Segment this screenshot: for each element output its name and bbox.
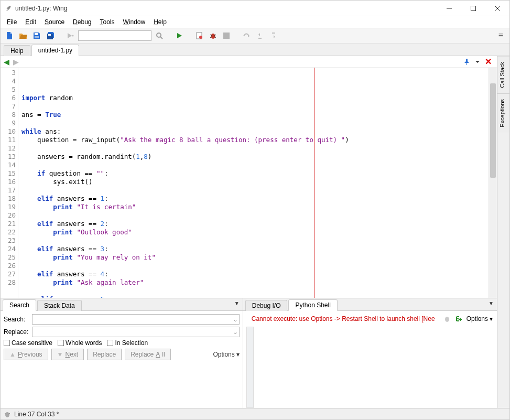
search-panel: Search: Replace: Case sensitive Whole wo… — [1, 311, 243, 363]
bottom-right-tabs: Debug I/O Python Shell ▼ — [243, 298, 497, 311]
run-icon[interactable] — [173, 30, 185, 41]
scrollbar-thumb[interactable] — [490, 83, 496, 178]
status-text: Line 37 Col 33 * — [14, 411, 59, 418]
panel-dropdown-icon[interactable]: ▼ — [489, 300, 494, 306]
svg-rect-17 — [223, 33, 230, 39]
replace-all-button[interactable]: Replace All — [125, 349, 170, 360]
check-case-sensitive[interactable]: Case sensitive — [4, 339, 52, 347]
menu-help[interactable]: Help — [149, 17, 171, 27]
pin-icon[interactable] — [463, 58, 470, 65]
code-area[interactable]: import random ans = True while ans: ques… — [18, 68, 489, 298]
tab-help[interactable]: Help — [4, 45, 30, 56]
panel-dropdown-icon[interactable]: ▼ — [234, 300, 240, 306]
svg-point-12 — [211, 34, 215, 39]
svg-point-8 — [157, 33, 161, 37]
nav-forward-icon[interactable]: ▶ — [13, 58, 23, 66]
debug-file-icon[interactable] — [193, 30, 205, 41]
toolbar-search-input[interactable] — [78, 30, 151, 41]
right-side-tabs: Call Stack Exceptions — [497, 56, 509, 408]
goto-icon[interactable] — [64, 30, 76, 41]
bottom-right-panel: Debug I/O Python Shell ▼ Cannot execute:… — [243, 298, 497, 408]
maximize-button[interactable] — [461, 1, 485, 16]
menu-file[interactable]: File — [3, 17, 21, 27]
window-title: untitled-1.py: Wing — [15, 5, 437, 12]
svg-point-18 — [445, 317, 449, 322]
menubar: File Edit Source Debug Tools Window Help — [1, 16, 509, 28]
menu-tools[interactable]: Tools — [95, 17, 118, 27]
vertical-scrollbar[interactable] — [489, 68, 497, 298]
window-controls — [437, 1, 509, 16]
margin-line — [314, 68, 315, 298]
check-whole-words[interactable]: Whole words — [58, 339, 102, 347]
statusbar: Line 37 Col 33 * — [1, 408, 509, 419]
minimize-button[interactable] — [437, 1, 461, 16]
tab-python-shell[interactable]: Python Shell — [288, 299, 337, 311]
line-gutter: 3456789101112131415161718192021222324252… — [1, 68, 18, 298]
bottom-left-panel: Search Stack Data ▼ Search: Replace: Cas… — [1, 298, 243, 408]
svg-rect-1 — [471, 6, 476, 10]
replace-button[interactable]: Replace — [87, 349, 122, 360]
shell-error-message: Cannot execute: use Options -> Restart S… — [247, 312, 439, 326]
hamburger-icon[interactable]: ≡ — [495, 31, 506, 40]
search-options-dropdown[interactable]: Options▾ — [213, 351, 239, 358]
bottom-left-tabs: Search Stack Data ▼ — [1, 298, 243, 311]
vtab-call-stack[interactable]: Call Stack — [497, 56, 509, 93]
search-icon[interactable] — [154, 30, 165, 41]
save-all-icon[interactable] — [45, 30, 56, 41]
step-out-icon[interactable] — [268, 30, 279, 41]
check-in-selection[interactable]: In Selection — [107, 339, 148, 347]
menu-source[interactable]: Source — [40, 17, 69, 27]
svg-point-7 — [72, 35, 74, 37]
svg-rect-6 — [48, 34, 51, 36]
replace-combo[interactable] — [32, 327, 240, 337]
shell-gutter — [246, 327, 254, 408]
next-button[interactable]: ▼Next — [51, 349, 84, 360]
replace-label: Replace: — [4, 328, 30, 336]
editor-header: ◀ ▶ ✕ — [1, 56, 497, 68]
menu-debug[interactable]: Debug — [69, 17, 95, 27]
tab-debug-io[interactable]: Debug I/O — [245, 300, 288, 311]
bug-icon[interactable] — [207, 30, 219, 41]
status-bug-icon[interactable] — [4, 411, 11, 418]
titlebar: untitled-1.py: Wing — [1, 1, 509, 16]
close-button[interactable] — [485, 1, 509, 16]
svg-point-11 — [199, 36, 202, 39]
vtab-exceptions[interactable]: Exceptions — [497, 93, 509, 133]
open-file-icon[interactable] — [17, 30, 29, 41]
search-label: Search: — [4, 316, 30, 323]
tab-file[interactable]: untitled-1.py — [31, 45, 79, 56]
nav-back-icon[interactable]: ◀ — [4, 58, 13, 66]
shell-add-icon[interactable] — [455, 315, 462, 322]
svg-point-25 — [5, 412, 9, 417]
editor[interactable]: 3456789101112131415161718192021222324252… — [1, 68, 497, 298]
search-combo[interactable] — [32, 314, 240, 325]
menu-window[interactable]: Window — [119, 17, 150, 27]
tab-search[interactable]: Search — [3, 299, 36, 311]
shell-options-dropdown[interactable]: Options▾ — [466, 315, 493, 322]
chevron-down-icon[interactable] — [474, 59, 481, 65]
toolbar: ≡ — [1, 28, 509, 44]
tab-stack-data[interactable]: Stack Data — [37, 300, 82, 311]
shell-output[interactable] — [257, 327, 494, 408]
stop-icon[interactable] — [221, 30, 232, 41]
close-editor-icon[interactable]: ✕ — [485, 57, 492, 67]
svg-line-9 — [160, 37, 162, 39]
document-tabstrip: Help untitled-1.py — [1, 44, 509, 56]
svg-rect-4 — [35, 33, 38, 35]
save-icon[interactable] — [31, 30, 42, 41]
menu-edit[interactable]: Edit — [21, 17, 40, 27]
previous-button[interactable]: ▲Previous — [4, 349, 48, 360]
step-over-icon[interactable] — [241, 30, 252, 41]
new-file-icon[interactable] — [4, 30, 15, 41]
svg-rect-5 — [35, 36, 39, 38]
shell-bug-icon[interactable] — [443, 315, 451, 322]
step-into-icon[interactable] — [254, 30, 266, 41]
app-icon — [5, 5, 12, 12]
